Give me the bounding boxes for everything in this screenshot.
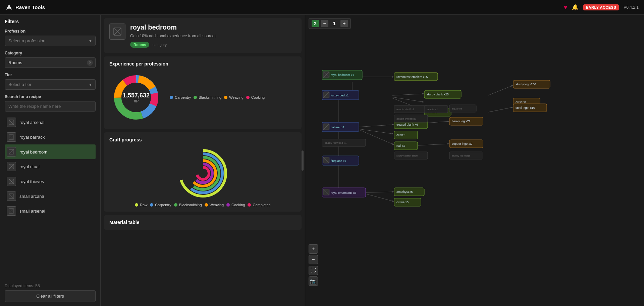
legend-label: Weaving bbox=[229, 95, 244, 99]
recipe-card-info: royal bedroom Gain 10% additional experi… bbox=[130, 24, 218, 48]
svg-text:acacia shelf x1: acacia shelf x1 bbox=[396, 108, 414, 111]
legend-item: Carpentry bbox=[150, 203, 171, 207]
topnav-right: ♥ 🔔 EARLY ACCESS V0.4.2.1 bbox=[564, 4, 639, 10]
bell-icon[interactable]: 🔔 bbox=[572, 4, 579, 10]
svg-text:sturdy plank x25: sturdy plank x25 bbox=[427, 93, 449, 96]
svg-text:citrine x5: citrine x5 bbox=[396, 201, 409, 204]
profession-label: Profession bbox=[5, 29, 96, 34]
craft-rings-chart bbox=[176, 146, 230, 200]
material-panel: Material table bbox=[104, 215, 302, 230]
svg-text:sturdy redwood x1: sturdy redwood x1 bbox=[325, 141, 347, 144]
recipe-card: royal bedroom Gain 10% additional experi… bbox=[104, 18, 302, 53]
recipe-list-icon bbox=[7, 147, 16, 157]
svg-text:treated plank x6: treated plank x6 bbox=[396, 123, 418, 126]
xp-center-text: 1,557,632 XP bbox=[123, 92, 150, 103]
craft-legend: RawCarpentryBlacksmithingWeavingCookingC… bbox=[135, 203, 270, 207]
svg-text:luxury bed x1: luxury bed x1 bbox=[331, 94, 349, 97]
svg-text:royal bedroom x1: royal bedroom x1 bbox=[331, 73, 354, 77]
heart-icon[interactable]: ♥ bbox=[564, 4, 567, 10]
app-logo[interactable]: Raven Tools bbox=[5, 4, 45, 11]
legend-label: Weaving bbox=[210, 203, 224, 207]
clear-filters-button[interactable]: Clear all filters bbox=[5, 290, 96, 302]
search-input[interactable] bbox=[5, 101, 96, 112]
zoom-in-button[interactable]: + bbox=[309, 244, 318, 254]
node-graph[interactable]: royal bedroom x1 ravencrest emblem x25 l… bbox=[305, 15, 644, 306]
search-section: Search for a recipe bbox=[5, 94, 96, 112]
svg-line-115 bbox=[366, 192, 394, 192]
svg-text:royal ornaments x6: royal ornaments x6 bbox=[331, 191, 357, 194]
list-item[interactable]: small arcana bbox=[5, 189, 96, 204]
craft-title: Craft progress bbox=[109, 137, 296, 142]
legend-color bbox=[246, 96, 250, 99]
list-item[interactable]: royal barrack bbox=[5, 130, 96, 144]
svg-line-43 bbox=[488, 85, 513, 95]
svg-line-118 bbox=[366, 194, 394, 202]
node-graph-svg: royal bedroom x1 ravencrest emblem x25 l… bbox=[305, 15, 644, 306]
xp-chart-wrapper: 1,557,632 XP CarpentryBlacksmithingWeavi… bbox=[109, 71, 296, 124]
legend-color bbox=[226, 203, 230, 207]
svg-text:heavy log x72: heavy log x72 bbox=[452, 120, 471, 123]
app-name: Raven Tools bbox=[15, 4, 45, 10]
legend-label: Completed bbox=[253, 203, 270, 207]
zoom-out-button[interactable]: − bbox=[309, 255, 318, 264]
recipe-list-name: small arcana bbox=[19, 194, 44, 199]
legend-label: Blacksmithing bbox=[179, 203, 202, 207]
legend-item: Raw bbox=[135, 203, 147, 207]
tier-label: Tier bbox=[5, 73, 96, 77]
category-label: Category bbox=[5, 51, 96, 55]
category-select[interactable]: Rooms bbox=[5, 57, 96, 68]
svg-line-77 bbox=[428, 121, 449, 123]
svg-text:sturdy log x250: sturdy log x250 bbox=[516, 83, 536, 86]
recipe-list-name: royal ritual bbox=[19, 164, 40, 169]
recipe-list: royal arsenal royal barrack royal bedroo… bbox=[5, 115, 96, 279]
svg-text:copper ingot x2: copper ingot x2 bbox=[452, 142, 473, 145]
fit-view-button[interactable]: ⛶ bbox=[309, 266, 318, 275]
svg-text:acacia x1: acacia x1 bbox=[427, 108, 438, 111]
svg-point-35 bbox=[197, 167, 209, 179]
legend-item: Cooking bbox=[226, 203, 245, 207]
version-badge: V0.4.2.1 bbox=[624, 5, 639, 10]
svg-text:acacia thread x8: acacia thread x8 bbox=[396, 117, 416, 120]
recipe-list-name: royal thieves bbox=[19, 179, 44, 184]
svg-text:cabinet x2: cabinet x2 bbox=[331, 126, 344, 129]
middle-panel: royal bedroom Gain 10% additional experi… bbox=[101, 15, 305, 306]
list-item[interactable]: small arsenal bbox=[5, 204, 96, 218]
legend-color bbox=[224, 96, 227, 99]
clear-category-button[interactable]: ✕ bbox=[87, 60, 93, 66]
list-item[interactable]: royal bedroom bbox=[5, 144, 96, 159]
sidebar: Filters Profession Select a profession ▼… bbox=[0, 15, 101, 306]
legend-color bbox=[248, 203, 251, 207]
tier-filter: Tier Select a tier ▼ bbox=[5, 73, 96, 90]
list-item[interactable]: royal arsenal bbox=[5, 115, 96, 130]
xp-number: 1,557,632 bbox=[123, 92, 150, 99]
craft-panel: Craft progress bbox=[104, 132, 302, 212]
list-item[interactable]: royal ritual bbox=[5, 159, 96, 174]
screenshot-button[interactable]: 📷 bbox=[309, 276, 318, 286]
list-item[interactable]: royal thieves bbox=[5, 174, 96, 189]
legend-label: Cooking bbox=[251, 95, 265, 99]
graph-controls: + − ⛶ 📷 bbox=[309, 244, 318, 286]
svg-line-74 bbox=[359, 125, 394, 127]
displayed-count: Displayed items: 55 bbox=[5, 281, 96, 290]
category-tag: Rooms bbox=[130, 42, 149, 48]
svg-line-42 bbox=[488, 107, 513, 112]
recipe-list-name: small arsenal bbox=[19, 209, 45, 214]
recipe-card-title: royal bedroom bbox=[130, 24, 218, 31]
search-label: Search for a recipe bbox=[5, 94, 96, 99]
material-title: Material table bbox=[109, 220, 296, 225]
recipe-list-icon bbox=[7, 162, 16, 171]
tier-select[interactable]: Select a tier bbox=[5, 79, 96, 90]
recipe-card-icon bbox=[109, 24, 125, 40]
legend-item: Carpentry bbox=[170, 95, 191, 99]
profession-select[interactable]: Select a profession bbox=[5, 36, 96, 46]
profession-select-wrapper: Select a profession ▼ bbox=[5, 36, 96, 46]
svg-text:oil x100: oil x100 bbox=[516, 100, 526, 104]
xp-chart-area: 1,557,632 XP bbox=[109, 71, 163, 124]
svg-text:fireplace x1: fireplace x1 bbox=[331, 159, 346, 163]
legend-item: Weaving bbox=[205, 203, 224, 207]
raven-logo-icon bbox=[5, 4, 13, 11]
svg-line-39 bbox=[392, 94, 424, 95]
legend-color bbox=[135, 203, 138, 207]
svg-marker-0 bbox=[6, 4, 12, 10]
svg-text:sturdy log edge: sturdy log edge bbox=[452, 154, 470, 157]
